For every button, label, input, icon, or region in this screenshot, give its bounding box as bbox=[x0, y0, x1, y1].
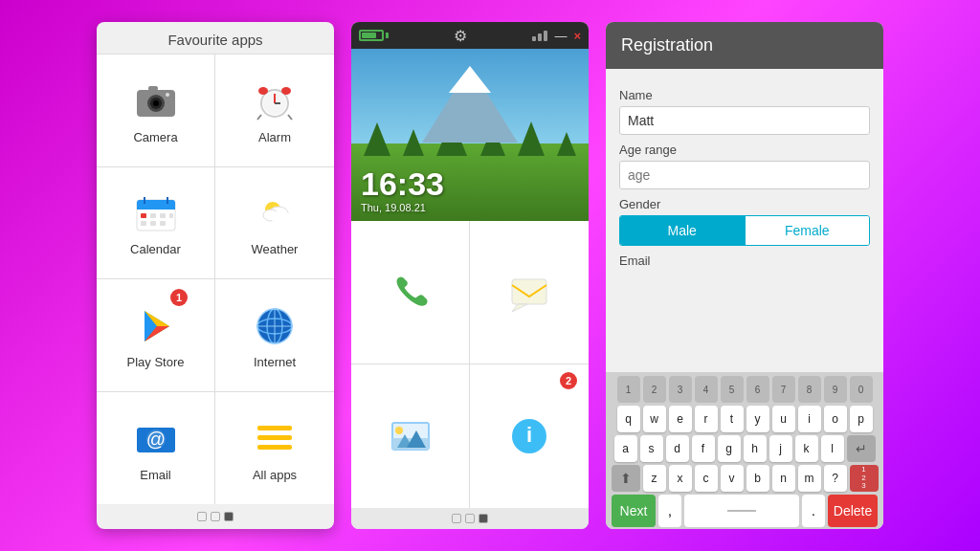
internet-label: Internet bbox=[254, 355, 296, 369]
phone-time: 16:33 bbox=[361, 167, 444, 200]
svg-line-12 bbox=[257, 115, 261, 120]
email-icon: @ bbox=[131, 414, 181, 464]
key-l[interactable]: l bbox=[821, 435, 844, 462]
key-d[interactable]: d bbox=[666, 435, 689, 462]
gender-female-button[interactable]: Female bbox=[746, 216, 870, 245]
gear-icon[interactable]: ⚙ bbox=[454, 27, 467, 45]
key-x[interactable]: x bbox=[669, 465, 692, 492]
key-a[interactable]: a bbox=[614, 435, 637, 462]
key-1[interactable]: 1 bbox=[617, 376, 640, 403]
shift-key[interactable]: ⬆ bbox=[612, 465, 640, 492]
key-4[interactable]: 4 bbox=[695, 376, 718, 403]
key-s[interactable]: s bbox=[640, 435, 663, 462]
registration-body: Name Age range Gender Male Female Email bbox=[606, 69, 883, 372]
key-v[interactable]: v bbox=[721, 465, 744, 492]
key-o[interactable]: o bbox=[824, 406, 847, 432]
key-e[interactable]: e bbox=[669, 406, 692, 432]
key-p[interactable]: p bbox=[850, 406, 873, 432]
svg-rect-46 bbox=[512, 279, 546, 304]
gender-label: Gender bbox=[619, 197, 870, 211]
key-y[interactable]: y bbox=[746, 406, 769, 432]
key-c[interactable]: c bbox=[695, 465, 718, 492]
key-2[interactable]: 2 bbox=[643, 376, 666, 403]
key-r[interactable]: r bbox=[695, 406, 718, 432]
key-q[interactable]: q bbox=[617, 406, 640, 432]
phone-message-button[interactable] bbox=[470, 221, 589, 364]
svg-rect-56 bbox=[727, 510, 756, 512]
key-b[interactable]: b bbox=[746, 465, 769, 492]
key-3[interactable]: 3 bbox=[669, 376, 692, 403]
key-h[interactable]: h bbox=[744, 435, 767, 462]
app-internet[interactable]: Internet bbox=[215, 279, 334, 392]
calendar-icon bbox=[131, 188, 181, 238]
key-j[interactable]: j bbox=[769, 435, 792, 462]
key-6[interactable]: 6 bbox=[746, 376, 769, 403]
svg-rect-21 bbox=[160, 213, 166, 218]
phone-status-bar: ⚙ — × bbox=[351, 22, 589, 49]
svg-rect-16 bbox=[137, 206, 175, 209]
key-k[interactable]: k bbox=[795, 435, 818, 462]
next-button[interactable]: Next bbox=[612, 495, 656, 527]
key-z[interactable]: z bbox=[643, 465, 666, 492]
key-n[interactable]: n bbox=[772, 465, 795, 492]
gender-male-button[interactable]: Male bbox=[620, 216, 745, 245]
space-key[interactable] bbox=[684, 495, 799, 527]
app-email[interactable]: @ Email bbox=[97, 392, 215, 505]
phone-info-button[interactable]: 2 i bbox=[470, 364, 589, 508]
app-camera[interactable]: Camera bbox=[97, 55, 215, 167]
key-u[interactable]: u bbox=[772, 406, 795, 432]
p2-dot-2[interactable] bbox=[465, 514, 475, 523]
email-label: Email bbox=[140, 468, 171, 482]
key-w[interactable]: w bbox=[643, 406, 666, 432]
keyboard-bottom-row: Next , . Delete bbox=[609, 495, 880, 527]
svg-rect-24 bbox=[150, 221, 156, 226]
enter-key[interactable]: ↵ bbox=[847, 435, 876, 462]
phone-gallery-button[interactable] bbox=[351, 364, 470, 508]
dot-3[interactable] bbox=[224, 512, 234, 521]
key-i[interactable]: i bbox=[798, 406, 821, 432]
dot-1[interactable] bbox=[197, 512, 207, 521]
svg-rect-20 bbox=[150, 213, 156, 218]
playstore-label: Play Store bbox=[127, 355, 185, 369]
app-playstore[interactable]: 1 Play Store bbox=[97, 279, 215, 392]
svg-point-11 bbox=[281, 87, 291, 95]
key-9[interactable]: 9 bbox=[824, 376, 847, 403]
gender-selector: Male Female bbox=[619, 215, 870, 246]
key-t[interactable]: t bbox=[721, 406, 744, 432]
svg-marker-47 bbox=[512, 304, 527, 312]
num-switch-key[interactable]: 123 bbox=[850, 465, 879, 492]
key-question[interactable]: ? bbox=[824, 465, 847, 492]
age-input[interactable] bbox=[619, 161, 870, 189]
key-m[interactable]: m bbox=[798, 465, 821, 492]
dot-2[interactable] bbox=[211, 512, 220, 521]
registration-title: Registration bbox=[606, 22, 883, 69]
phone-apps-grid: 2 i bbox=[351, 221, 589, 508]
key-g[interactable]: g bbox=[718, 435, 741, 462]
app-alarm[interactable]: Alarm bbox=[215, 55, 334, 167]
key-7[interactable]: 7 bbox=[772, 376, 795, 403]
age-label: Age range bbox=[619, 143, 870, 157]
close-icon[interactable]: × bbox=[573, 29, 581, 43]
allapps-label: All apps bbox=[253, 468, 297, 482]
key-8[interactable]: 8 bbox=[798, 376, 821, 403]
app-allapps[interactable]: All apps bbox=[215, 392, 334, 505]
favourite-apps-panel: Favourite apps Camera bbox=[97, 22, 334, 529]
p2-dot-1[interactable] bbox=[452, 514, 461, 523]
key-0[interactable]: 0 bbox=[850, 376, 873, 403]
comma-key[interactable]: , bbox=[658, 495, 681, 527]
key-5[interactable]: 5 bbox=[721, 376, 744, 403]
app-weather[interactable]: Weather bbox=[215, 167, 334, 280]
svg-point-53 bbox=[395, 427, 403, 434]
keyboard-row1: q w e r t y u i o p bbox=[609, 406, 880, 432]
app-calendar[interactable]: Calendar bbox=[97, 167, 215, 280]
svg-point-3 bbox=[153, 100, 159, 106]
weather-label: Weather bbox=[252, 242, 299, 256]
p2-dot-3[interactable] bbox=[479, 514, 488, 523]
delete-button[interactable]: Delete bbox=[828, 495, 878, 527]
name-input[interactable] bbox=[619, 106, 870, 135]
period-key[interactable]: . bbox=[802, 495, 825, 527]
key-f[interactable]: f bbox=[692, 435, 715, 462]
phone-call-button[interactable] bbox=[351, 221, 470, 364]
phone-time-overlay: 16:33 Thu, 19.08.21 bbox=[361, 167, 444, 213]
signal-bars bbox=[532, 31, 547, 41]
